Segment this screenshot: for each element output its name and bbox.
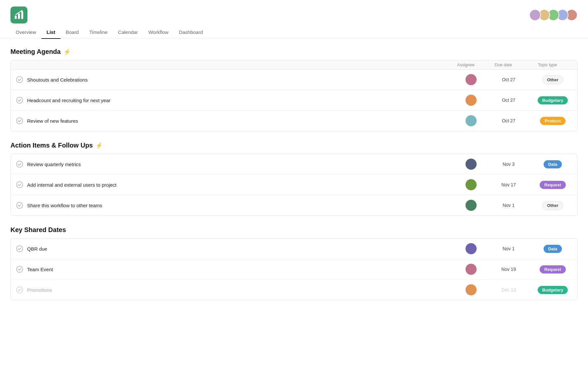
avatar [466, 264, 477, 275]
topic-type-badge[interactable]: Product [540, 117, 565, 125]
lightning-icon-meeting-agenda: ⚡ [63, 48, 71, 55]
section-title-action-items: Action Items & Follow Ups [10, 142, 93, 149]
avatar [466, 179, 477, 190]
check-icon [16, 202, 23, 209]
task-cell: Share this workflow to other teams [11, 202, 453, 209]
section-key-shared-dates: Key Shared Dates QBR dueNov 1Data Team E… [10, 226, 578, 300]
section-header-action-items: Action Items & Follow Ups⚡ [10, 142, 578, 149]
avatar [466, 243, 477, 254]
svg-point-3 [17, 77, 23, 83]
svg-point-10 [17, 266, 23, 273]
tab-board[interactable]: Board [60, 26, 84, 39]
due-date-cell: Nov 19 [489, 267, 528, 272]
col-header-due-date: Due date [484, 62, 523, 67]
table-row[interactable]: Headcount and recruiting for next yearOc… [11, 90, 577, 111]
tab-calendar[interactable]: Calendar [113, 26, 143, 39]
assignee-cell [453, 159, 489, 170]
task-name: Team Event [27, 267, 53, 272]
svg-rect-2 [21, 11, 23, 19]
topic-type-cell: Budgetary [528, 96, 577, 104]
assignee-cell [453, 264, 489, 275]
topic-type-badge[interactable]: Other [542, 201, 564, 210]
task-cell: Team Event [11, 266, 453, 273]
task-cell: Add internal and external users to proje… [11, 181, 453, 188]
check-icon [16, 266, 23, 273]
check-icon [16, 161, 23, 168]
main-content: Meeting Agenda⚡AssigneeDue dateTopic typ… [0, 39, 588, 320]
due-date-cell: Nov 1 [489, 246, 528, 251]
due-date-cell: Nov 3 [489, 162, 528, 167]
avatar [466, 95, 477, 106]
tab-timeline[interactable]: Timeline [84, 26, 113, 39]
topic-type-badge[interactable]: Data [544, 245, 562, 253]
table-action-items: Review quarterly metricsNov 3Data Add in… [10, 154, 578, 216]
tab-dashboard[interactable]: Dashboard [174, 26, 208, 39]
table-row[interactable]: Team EventNov 19Request [11, 259, 577, 280]
avatar [466, 200, 477, 211]
table-row[interactable]: Share this workflow to other teamsNov 1O… [11, 195, 577, 215]
avatar [466, 115, 477, 126]
assignee-cell [453, 74, 489, 85]
topic-type-badge[interactable]: Budgetary [538, 286, 568, 294]
topic-type-badge[interactable]: Data [544, 160, 562, 168]
tab-list[interactable]: List [41, 26, 61, 39]
topic-type-badge[interactable]: Request [540, 265, 565, 273]
svg-point-4 [17, 97, 23, 103]
topic-type-badge[interactable]: Budgetary [538, 96, 568, 104]
tab-workflow[interactable]: Workflow [143, 26, 173, 39]
due-date-cell: Dec 13 [489, 287, 528, 292]
svg-point-9 [17, 246, 23, 252]
check-icon [16, 97, 23, 104]
task-name: Review of new features [27, 118, 78, 124]
due-date-cell: Nov 1 [489, 203, 528, 208]
topic-type-cell: Product [528, 117, 577, 125]
team-avatar-0 [529, 9, 541, 21]
check-icon [16, 181, 23, 188]
topic-type-badge[interactable]: Request [540, 181, 565, 189]
check-icon [16, 245, 23, 252]
tab-overview[interactable]: Overview [10, 26, 41, 39]
col-header-assignee: Assignee [448, 62, 484, 67]
assignee-cell [453, 243, 489, 254]
table-row[interactable]: QBR dueNov 1Data [11, 239, 577, 259]
topic-type-cell: Request [528, 265, 577, 273]
table-row[interactable]: Review of new featuresOct 27Product [11, 111, 577, 131]
assignee-cell [453, 200, 489, 211]
header-left [10, 7, 32, 23]
svg-point-6 [17, 161, 23, 167]
navigation-tabs: OverviewListBoardTimelineCalendarWorkflo… [0, 26, 588, 39]
assignee-cell [453, 115, 489, 126]
section-title-key-shared-dates: Key Shared Dates [10, 226, 66, 234]
task-name: Share this workflow to other teams [27, 203, 102, 208]
svg-point-11 [17, 287, 23, 293]
team-avatars [529, 9, 578, 21]
assignee-cell [453, 284, 489, 295]
task-cell: QBR due [11, 245, 453, 252]
due-date-cell: Nov 17 [489, 182, 528, 187]
task-name: Shoutouts and Celebrations [27, 77, 88, 83]
svg-rect-1 [18, 13, 20, 19]
section-meeting-agenda: Meeting Agenda⚡AssigneeDue dateTopic typ… [10, 48, 578, 131]
avatar [466, 159, 477, 170]
svg-rect-0 [15, 16, 17, 19]
table-row[interactable]: Shoutouts and CelebrationsOct 27Other [11, 70, 577, 90]
section-header-key-shared-dates: Key Shared Dates [10, 226, 578, 234]
column-headers: AssigneeDue dateTopic type [11, 60, 577, 70]
table-row[interactable]: Review quarterly metricsNov 3Data [11, 154, 577, 175]
svg-point-7 [17, 182, 23, 188]
col-header-topic-type: Topic type [523, 62, 572, 67]
section-title-meeting-agenda: Meeting Agenda [10, 48, 61, 55]
lightning-icon-action-items: ⚡ [95, 142, 103, 149]
topic-type-badge[interactable]: Other [542, 75, 564, 84]
table-row[interactable]: PromotionsDec 13Budgetary [11, 280, 577, 300]
due-date-cell: Oct 27 [489, 98, 528, 103]
topic-type-cell: Request [528, 181, 577, 189]
topic-type-cell: Other [528, 75, 577, 84]
due-date-cell: Oct 27 [489, 118, 528, 123]
table-row[interactable]: Add internal and external users to proje… [11, 175, 577, 195]
check-icon [16, 117, 23, 124]
task-cell: Review of new features [11, 117, 453, 124]
topic-type-cell: Data [528, 160, 577, 168]
avatar [466, 74, 477, 85]
assignee-cell [453, 95, 489, 106]
